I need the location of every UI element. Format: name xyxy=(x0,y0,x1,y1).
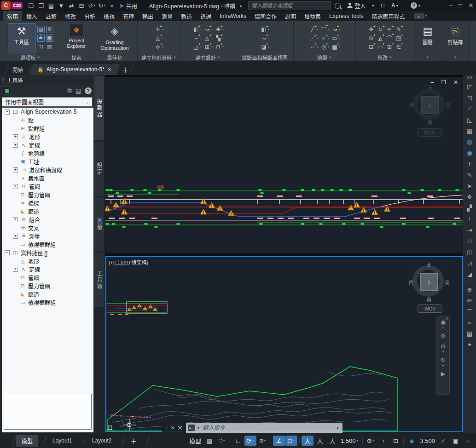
design-tool-icon-1[interactable]: ↝✦▾ xyxy=(203,25,213,33)
toolspace-help-icon[interactable]: ? xyxy=(85,87,92,94)
share-button[interactable]: ➤ 共用 xyxy=(119,2,137,10)
profile-panel-label[interactable]: 縱斷面和橫斷面視圖 xyxy=(242,54,288,61)
corridor-tools-icon[interactable]: ◿ xyxy=(464,258,475,268)
snap-mode-icon[interactable]: ∷▼ xyxy=(216,436,228,446)
tree-expander-icon[interactable]: + xyxy=(13,217,18,222)
orbit-icon-caret[interactable]: ▾ xyxy=(442,364,444,367)
zoom-icon-caret[interactable]: ▾ xyxy=(442,350,444,353)
ribbon-tab-12[interactable]: 協同合作 xyxy=(250,11,281,21)
signin-label[interactable]: 登入 xyxy=(355,2,366,10)
help-search-input[interactable] xyxy=(251,2,328,9)
window-maximize-button[interactable]: □ xyxy=(459,2,462,9)
viewcube-top[interactable]: 上 北 南 西 東 xyxy=(410,85,450,125)
annotation-autoscale-icon[interactable]: 人 xyxy=(314,436,326,446)
pan-icon[interactable]: ✥ xyxy=(441,333,446,339)
tree-item-points-1[interactable]: ✛點 xyxy=(2,116,93,124)
undo-icon[interactable]: ↺▾ xyxy=(87,1,96,10)
signin-caret-icon[interactable]: ▾ xyxy=(372,4,374,8)
ribbon-tab-2[interactable]: 註解 xyxy=(41,11,61,21)
draw-tool-icon-2[interactable]: ↝✦▾ xyxy=(331,25,340,33)
polar-tracking-icon[interactable]: ⟳▼ xyxy=(244,436,256,446)
section-view-icon[interactable]: ◹ xyxy=(464,93,475,102)
annotation-brush-icon[interactable]: ✏ xyxy=(464,296,475,305)
tree-item-corridors-12[interactable]: ◣廊道 xyxy=(2,207,93,215)
tree-item-alignments-4[interactable]: +∿定線 xyxy=(2,141,93,149)
model-space-button[interactable]: 模型 xyxy=(187,436,203,446)
save-icon[interactable]: ▤ xyxy=(46,1,56,10)
wcs-button-bottom[interactable]: WCS xyxy=(418,304,442,313)
data-shortcut-link-icon[interactable]: ⧉ xyxy=(67,87,71,94)
create-point-icon[interactable]: ✛ xyxy=(464,159,475,168)
sheetset-palette-icon[interactable]: ◫ xyxy=(37,43,45,51)
modify-tool-icon-0[interactable]: ✥✦ xyxy=(367,25,375,33)
monitor-palette-icon[interactable]: ▥ xyxy=(46,43,53,51)
style-sparkle-icon[interactable]: ✦ xyxy=(464,340,475,349)
palettes-panel-label[interactable]: 選項板 xyxy=(21,54,36,61)
draw-panel-label[interactable]: 繪製 xyxy=(317,54,327,61)
tree-expander-icon[interactable]: + xyxy=(13,143,18,148)
ribbon-collapse-icon[interactable]: ▲ xyxy=(414,13,424,19)
tree-item-pressure-networks-10[interactable]: ⊓壓力管網 xyxy=(2,190,93,199)
ribbon-tab-16[interactable]: 精選應用程式 xyxy=(368,11,409,21)
label-move-icon[interactable]: ⇥ xyxy=(464,225,475,235)
table-tools-icon[interactable]: ▤ xyxy=(464,329,475,338)
modify-tool-icon-11[interactable]: ∈✦ xyxy=(395,43,402,51)
tree-item-intersections-14[interactable]: ✜交叉 xyxy=(2,224,93,232)
ribbon-tab-9[interactable]: 軌道 xyxy=(177,11,196,21)
point-annotate-icon[interactable]: ✎ xyxy=(464,170,475,179)
clean-screen-icon[interactable]: ▣ xyxy=(450,436,462,446)
geolocation-map-icon[interactable]: ◍ xyxy=(464,137,475,146)
design-tool-icon-4[interactable]: ◬✦▾ xyxy=(203,34,213,42)
graphics-performance-icon[interactable]: ✓ xyxy=(437,436,449,446)
project-explorer-button[interactable]: ❖ Project Explorer xyxy=(64,23,89,53)
transfer-icon[interactable]: ⇄ xyxy=(67,1,76,10)
draw-tool-icon-7[interactable]: ◎✦▾ xyxy=(320,43,329,51)
tree-item-turnouts-7[interactable]: +⇉道岔和橫渡線 xyxy=(2,166,93,174)
tree-item-surfaces-18[interactable]: ◬地形 xyxy=(2,257,93,265)
command-prompt-icon[interactable]: ▸_ xyxy=(188,425,195,431)
tree-expander-icon[interactable]: + xyxy=(13,234,18,239)
tree-item-bridges-11[interactable]: ≍橋樑 xyxy=(2,199,93,207)
terrain-tool-icon-1[interactable]: ◬✦▾ xyxy=(154,34,163,42)
annotation-visibility-icon[interactable]: 人 xyxy=(302,436,313,446)
draw-tool-icon-1[interactable]: ⌒✦▾ xyxy=(320,25,329,33)
modify-tool-icon-3[interactable]: ✎✦ xyxy=(395,25,402,33)
modify-tool-icon-4[interactable]: ⊙✦ xyxy=(367,34,375,42)
ribbon-tab-3[interactable]: 修改 xyxy=(61,11,80,21)
command-customize-wrench-icon[interactable]: ⚒ xyxy=(178,425,183,431)
active-drawing-view-combo[interactable]: 作用中圖面視圖 ⌄ xyxy=(2,97,93,107)
design-tool-icon-0[interactable]: ◧✦▾ xyxy=(192,25,202,33)
open-file-icon[interactable]: ❒ xyxy=(36,1,46,10)
ortho-mode-icon[interactable]: ∟ xyxy=(232,436,244,446)
autodesk-app-icon[interactable]: A ▾ xyxy=(391,2,398,9)
tree-item-drawing-0[interactable]: −❏Align-Superelevation-5 xyxy=(2,108,93,116)
tree-item-view-frame-groups-16[interactable]: ▭檢視框群組 xyxy=(2,240,93,248)
window-close-button[interactable]: ✕ xyxy=(469,2,473,9)
profile-view-icon[interactable]: ◸ xyxy=(464,82,475,91)
grid-display-icon[interactable]: ▦ xyxy=(203,436,215,446)
ribbon-tab-15[interactable]: Express Tools xyxy=(325,11,367,21)
clipboard-panel-caret-icon[interactable]: ▼ xyxy=(454,56,457,59)
modify-tool-icon-5[interactable]: ◭✦ xyxy=(377,34,384,42)
item-view-toggle-icon[interactable]: ▤ xyxy=(75,87,81,94)
side-tab-1[interactable]: 設定 xyxy=(94,142,104,196)
search-icon[interactable] xyxy=(335,3,341,9)
sheet-manager-icon[interactable]: ▦ xyxy=(464,126,475,135)
design-panel-label[interactable]: 建立設計 xyxy=(196,54,216,61)
title-expand-icon[interactable]: ▸ xyxy=(240,3,243,8)
tree-item-corridors-22[interactable]: ◣廊道 xyxy=(2,290,93,298)
navigation-bar[interactable]: ✕◉▾✥⊕▾↻▾▶ xyxy=(436,316,450,395)
annotation-scale-value[interactable]: 1:500▼ xyxy=(339,436,361,446)
terrain-tool-icon-2[interactable]: ≎✦▾ xyxy=(154,43,163,51)
label-flip-icon[interactable]: ⊥ xyxy=(464,214,475,224)
settings-palette-icon[interactable]: ⚙ xyxy=(46,26,53,33)
section-sketch-icon[interactable]: ⌒ xyxy=(464,307,475,316)
design-tool-icon-6[interactable]: ◿✦▾ xyxy=(192,43,202,51)
layout-tab-模型[interactable]: 模型 xyxy=(16,435,38,447)
tree-expander-icon[interactable]: + xyxy=(13,134,18,139)
profile-tool-icon-1[interactable]: ↝✦▾ xyxy=(260,34,269,42)
ribbon-tab-4[interactable]: 分析 xyxy=(80,11,99,21)
draw-tool-icon-3[interactable]: ⋰✦▾ xyxy=(309,34,318,42)
layers-panel-caret-icon[interactable]: ▼ xyxy=(426,56,430,59)
selection-cursor-icon[interactable]: ➢ xyxy=(464,318,475,327)
